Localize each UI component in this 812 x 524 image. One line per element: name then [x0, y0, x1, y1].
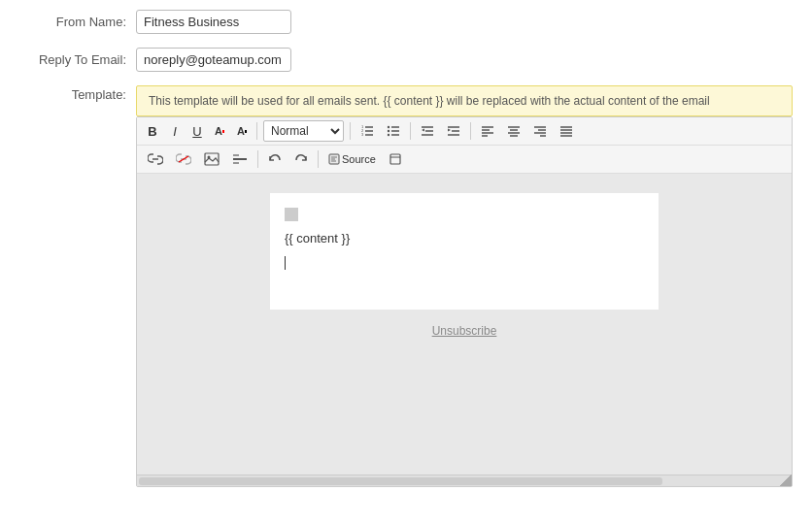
horizontal-scrollbar[interactable] [137, 475, 792, 486]
redo-button[interactable] [288, 148, 314, 170]
separator-4 [470, 122, 471, 140]
underline-button[interactable]: U [186, 120, 208, 142]
separator-2 [350, 122, 351, 140]
bg-color-button[interactable]: A [231, 120, 253, 142]
source-button[interactable]: Source [322, 148, 382, 170]
svg-point-6 [388, 126, 389, 128]
unordered-list-button[interactable] [381, 120, 406, 142]
undo-button[interactable] [262, 148, 288, 170]
italic-button[interactable]: I [164, 120, 186, 142]
remove-link-button[interactable] [170, 148, 197, 170]
separator-1 [256, 122, 257, 140]
ordered-list-button[interactable]: 1 2 3 [355, 120, 380, 142]
insert-image-button[interactable] [198, 148, 225, 170]
reply-to-label: Reply To Email: [19, 52, 136, 67]
reply-to-input[interactable] [136, 48, 291, 72]
separator-3 [410, 122, 411, 140]
insert-link-button[interactable] [142, 148, 169, 170]
svg-marker-19 [448, 129, 451, 132]
svg-line-38 [179, 156, 188, 162]
font-color-underline [222, 130, 224, 133]
from-name-input[interactable] [136, 10, 291, 34]
style-select[interactable]: Normal Heading 1 Heading 2 Heading 3 Hea… [263, 120, 344, 142]
info-banner-text: This template will be used for all email… [149, 94, 710, 108]
svg-marker-15 [422, 129, 424, 132]
from-name-row: From Name: [19, 10, 793, 34]
align-center-button[interactable] [501, 120, 526, 142]
reply-to-row: Reply To Email: [19, 48, 793, 72]
editor-cursor [285, 256, 286, 270]
svg-text:3: 3 [361, 132, 364, 137]
template-content: This template will be used for all email… [136, 85, 793, 487]
email-content-placeholder: {{ content }} [285, 231, 644, 246]
svg-point-7 [388, 130, 389, 132]
bg-color-underline [245, 130, 247, 133]
toolbar-row-1: B I U A A Normal Heading 1 H [137, 117, 792, 146]
justify-button[interactable] [554, 120, 579, 142]
template-label: Template: [19, 85, 136, 102]
email-logo [285, 208, 298, 221]
indent-decrease-button[interactable] [415, 120, 440, 142]
email-frame: {{ content }} [270, 193, 659, 310]
maximize-button[interactable] [383, 148, 408, 170]
page-container: From Name: Reply To Email: Template: Thi… [0, 0, 812, 524]
editor-body[interactable]: {{ content }} Unsubscribe [137, 174, 792, 475]
svg-point-8 [388, 134, 389, 136]
email-cursor-line [285, 255, 644, 270]
resize-handle[interactable] [780, 475, 792, 486]
align-right-button[interactable] [527, 120, 553, 142]
source-label: Source [342, 153, 376, 165]
separator-6 [318, 150, 319, 168]
unsubscribe-link[interactable]: Unsubscribe [432, 324, 497, 338]
toolbar-row-2: Source [137, 146, 792, 174]
from-name-label: From Name: [19, 15, 136, 29]
font-color-button[interactable]: A [209, 120, 230, 142]
indent-increase-button[interactable] [441, 120, 466, 142]
insert-hr-button[interactable] [226, 148, 254, 170]
align-left-button[interactable] [475, 120, 500, 142]
template-row: Template: This template will be used for… [19, 85, 793, 487]
bold-button[interactable]: B [142, 120, 163, 142]
editor-wrapper: B I U A A Normal Heading 1 H [136, 116, 793, 487]
separator-5 [257, 150, 258, 168]
scrollbar-thumb[interactable] [139, 477, 662, 485]
info-banner: This template will be used for all email… [136, 85, 793, 116]
svg-rect-48 [390, 154, 400, 164]
